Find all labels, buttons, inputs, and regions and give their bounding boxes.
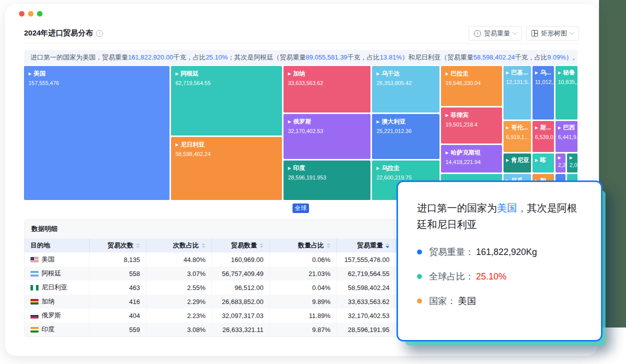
highlight-text: 25.10% [206,54,228,61]
treemap-cell-label: ▶阿根廷 [176,70,278,78]
dest-flag-icon [30,271,38,276]
table-header-cell: 目的地 [24,238,89,252]
treemap-cell[interactable]: ▶2,0 [567,154,578,172]
traffic-light-minimize-button[interactable] [28,11,34,16]
drilldown-arrow-icon: ▶ [558,126,561,130]
treemap-cell-name: 乌... [540,68,551,77]
tooltip-item: 全球占比：25.10% [417,270,582,282]
treemap-cell[interactable]: ▶阿根廷62,719,564.55 [171,66,282,136]
treemap-cell-label: ▶巴基... [506,68,528,77]
table-cell: 463 [89,280,146,294]
table-cell: 28,596,191.95 [336,322,396,336]
sort-caret-down-icon [326,246,330,248]
sort-icon [202,243,206,248]
table-header-cell[interactable]: 贸易重量 [336,238,396,252]
treemap-cell-value: 6,539,0... [535,134,552,140]
treemap-cell-value: 157,555,476 [28,80,165,86]
treemap-cell-value: 10,835,... [558,79,575,85]
treemap-cell-label: ▶哥伦... [506,124,528,132]
highlight-text: 9.09% [548,54,566,61]
treemap-cell[interactable]: ▶喀 [532,154,554,172]
chart-type-select-label: 矩形树图 [541,29,567,38]
treemap-cell[interactable]: ▶哈萨克斯坦14,418,221.94 [441,145,502,172]
treemap-breadcrumb-global[interactable]: 全球 [292,204,309,213]
table-header-cell[interactable]: 贸易数量 [212,238,270,252]
drilldown-arrow-icon: ▶ [535,71,538,75]
treemap-cell[interactable]: ▶加纳33,633,563.62 [284,66,370,112]
table-cell: 3.08% [146,322,212,336]
drilldown-arrow-icon: ▶ [535,158,538,162]
dest-flag-icon [30,257,38,262]
treemap-cell[interactable]: ▶巴西6,441,9... [556,121,578,152]
bullet-dot-icon [417,274,422,279]
chart-type-select-button[interactable]: 矩形树图 [526,26,579,40]
treemap-cell-label: ▶印度 [288,164,366,172]
drilldown-arrow-icon: ▶ [558,156,561,160]
table-cell: 157,555,476.00 [336,252,396,266]
table-cell: 62,719,564.55 [336,266,396,280]
table-header-cell[interactable]: 次数占比 [146,238,212,252]
treemap-cell[interactable]: ▶尼日利亚58,598,402.24 [171,137,282,200]
drilldown-arrow-icon: ▶ [376,120,380,124]
destination-name: 美国 [42,255,54,264]
drilldown-arrow-icon: ▶ [558,71,561,75]
tooltip-item-value: 161,822,920Kg [476,247,537,258]
drilldown-arrow-icon: ▶ [288,166,291,170]
title-info-icon[interactable]: i [96,30,103,37]
treemap-cell[interactable]: ▶菲律宾19,501,218.4 [441,108,502,144]
destination-cell: 加纳 [24,294,89,308]
table-header-label: 贸易重量 [357,241,383,250]
table-cell: 3.07% [146,266,212,280]
treemap-cell[interactable]: ▶俄罗斯32,170,402.53 [284,114,370,159]
traffic-light-close-button[interactable] [19,11,24,16]
drilldown-arrow-icon: ▶ [506,158,509,162]
destination-cell: 俄罗斯 [24,308,89,322]
treemap-cell[interactable]: ▶肯尼亚 [504,154,531,172]
treemap-cell-label: ▶加纳 [288,70,366,78]
table-header-cell[interactable]: 数量占比 [270,238,336,252]
table-header-cell[interactable]: 贸易次数 [89,238,146,252]
treemap-cell-label: ▶ [558,156,563,160]
treemap-cell[interactable]: ▶巴拉圭19,546,330.04 [441,66,502,106]
plain-text: 千克，占比 [173,54,206,61]
treemap-cell-value: 19,501,218.4 [446,122,498,128]
table-cell: 9.89% [270,294,336,308]
treemap-cell[interactable]: ▶乌...11,012,... [532,66,554,120]
treemap-cell[interactable]: ▶斯...6,539,0... [532,121,554,152]
drilldown-arrow-icon: ▶ [446,151,448,155]
plain-text: 千克，占比 [515,54,548,61]
traffic-light-zoom-button[interactable] [37,11,42,16]
table-cell: 56,757,409.49 [212,266,270,280]
plain-text: ）和尼日利亚（贸易重量 [402,54,474,61]
drilldown-arrow-icon: ▶ [176,143,178,147]
treemap-cell[interactable]: ▶印度28,596,191.953 [284,160,370,200]
background-strip [599,0,626,328]
treemap: ▶美国157,555,476▶阿根廷62,719,564.55▶尼日利亚58,5… [24,66,578,200]
metric-select-button[interactable]: i 贸易重量 [468,26,522,40]
sort-caret-down-icon [386,246,390,248]
drilldown-arrow-icon: ▶ [376,166,380,170]
treemap-cell[interactable]: ▶2,2 [556,154,566,172]
treemap-cell-value: 62,719,564.55 [176,80,278,86]
treemap-cell[interactable]: ▶巴基...12,131,5... [504,66,531,120]
treemap-cell-value: 6,919,1... [506,134,528,140]
treemap-cell-name: 澳大利亚 [382,118,406,126]
highlight-text: 13.81% [380,54,402,61]
highlight-text: 161,822,920.00 [128,54,173,61]
treemap-cell-value: 25,221,012.36 [376,128,435,134]
sort-icon [260,243,264,248]
table-cell: 0.06% [270,252,336,266]
metric-select-label: 贸易重量 [484,29,510,38]
treemap-cell-name: 阿根廷 [180,70,198,78]
table-cell: 559 [89,322,146,336]
highlight-text: 58,598,402.24 [474,54,515,61]
treemap-cell[interactable]: ▶哥伦...6,919,1... [504,121,531,152]
treemap-cell[interactable]: ▶秘鲁10,835,... [556,66,578,120]
chevron-down-icon [512,30,518,35]
table-cell: 558 [89,266,146,280]
treemap-cell-name: 美国 [34,70,46,78]
treemap-cell[interactable]: ▶澳大利亚25,221,012.36 [372,114,440,159]
treemap-cell[interactable]: ▶美国157,555,476 [24,66,170,200]
table-cell: 21.03% [270,266,336,280]
treemap-cell[interactable]: ▶乌干达26,353,805.42 [372,66,440,112]
